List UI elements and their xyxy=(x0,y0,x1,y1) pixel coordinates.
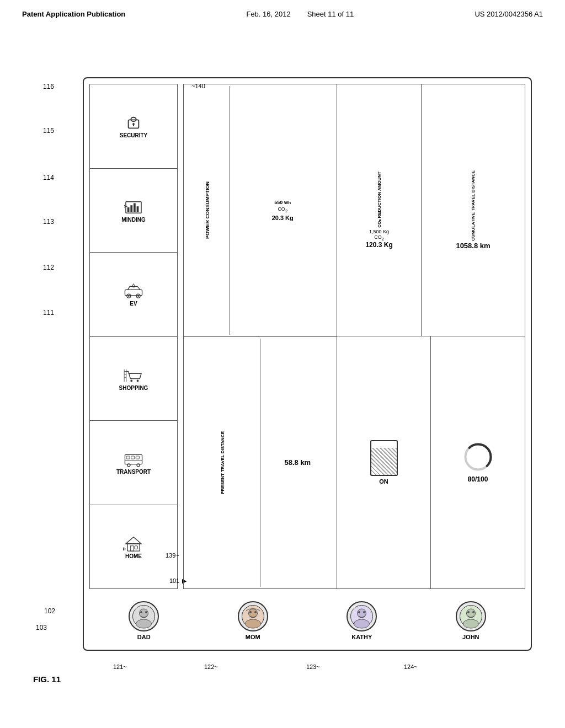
patent-number: US 2012/0042356 A1 xyxy=(475,10,543,18)
avatar-dad-label: DAD xyxy=(137,634,151,640)
ref-122-label: 122~ xyxy=(204,663,218,670)
co2-reduction-label: CO₂ REDUCTION AMOUNT xyxy=(377,172,382,228)
avatar-kathy-circle xyxy=(347,601,377,631)
svg-point-53 xyxy=(363,611,365,613)
power-consumption-label: POWER CONSUMPTION xyxy=(205,181,210,239)
co2-label-2: CO2 xyxy=(365,234,392,242)
header-left: Patent Application Publication xyxy=(22,10,125,18)
shopping-label: SHOPPING xyxy=(119,385,148,391)
ev-label: EV xyxy=(130,301,137,307)
avatar-dad-circle xyxy=(129,601,159,631)
ref-102: 102 xyxy=(44,607,55,615)
data-panel: POWER CONSUMPTION 550 Wh CO2 20.3 Kg xyxy=(183,84,525,589)
power-value: 550 Wh xyxy=(274,200,291,205)
header-right: US 2012/0042356 A1 xyxy=(475,10,543,18)
co2-label-1: CO2 xyxy=(278,206,287,213)
data-panel-split: POWER CONSUMPTION 550 Wh CO2 20.3 Kg xyxy=(184,84,525,588)
john-face-icon xyxy=(459,604,483,629)
avatar-mom-label: MOM xyxy=(246,634,260,640)
right-bottom-section: ON 80/100 xyxy=(337,336,525,588)
header-center: Feb. 16, 2012 Sheet 11 of 11 xyxy=(246,10,354,18)
avatar-john-label: JOHN xyxy=(462,634,479,640)
mom-face-icon xyxy=(241,604,265,629)
avatar-mom-circle xyxy=(238,601,268,631)
svg-point-14 xyxy=(128,296,130,297)
main-diagram-box: SECURITY MINDING xyxy=(83,77,532,651)
icon-security: SECURITY xyxy=(90,84,177,169)
present-travel-label: PRESENT TRAVEL DISTANCE xyxy=(220,431,225,494)
shopping-icon xyxy=(123,367,144,384)
svg-point-19 xyxy=(137,379,139,382)
home-icon xyxy=(123,536,144,552)
co2-reduction-value: 120.3 Kg xyxy=(365,241,392,249)
ref-121-label: 121~ xyxy=(113,663,127,670)
svg-rect-3 xyxy=(133,124,134,126)
data-panel-right: CO₂ REDUCTION AMOUNT 1,500 Kg CO2 120.3 … xyxy=(337,84,525,588)
svg-point-18 xyxy=(130,379,132,382)
kathy-face-icon xyxy=(349,604,374,629)
icon-ev: EV xyxy=(90,253,177,337)
svg-point-46 xyxy=(245,619,260,628)
svg-rect-26 xyxy=(126,456,130,459)
right-top-section: CO₂ REDUCTION AMOUNT 1,500 Kg CO2 120.3 … xyxy=(337,84,525,336)
svg-point-47 xyxy=(249,611,252,613)
svg-point-48 xyxy=(254,611,257,613)
pub-date: Feb. 16, 2012 xyxy=(246,10,290,18)
present-travel-value: 58.8 km xyxy=(284,458,311,467)
svg-point-56 xyxy=(463,619,478,628)
svg-point-43 xyxy=(145,611,147,613)
cumulative-travel-value: 1058.8 km xyxy=(456,242,490,250)
svg-point-52 xyxy=(358,611,360,613)
icon-home: HOME xyxy=(90,505,177,589)
ref-112: 112 xyxy=(43,264,54,271)
avatar-row: DAD MOM xyxy=(89,595,525,647)
avatar-mom[interactable]: MOM xyxy=(199,601,308,640)
svg-rect-8 xyxy=(137,206,139,212)
ref-111: 111 xyxy=(43,309,54,317)
ref-114: 114 xyxy=(43,174,54,181)
avatar-john[interactable]: JOHN xyxy=(417,601,526,640)
co2-reduction-wh: 1,500 Kg xyxy=(365,229,392,234)
transport-icon xyxy=(123,451,144,468)
ref-103: 103 xyxy=(36,624,47,631)
ev-icon xyxy=(123,283,144,299)
svg-point-41 xyxy=(136,619,152,628)
svg-rect-5 xyxy=(127,207,130,212)
ref-115: 115 xyxy=(43,127,54,135)
on-label: ON xyxy=(379,478,388,485)
icon-transport: TRANSPORT xyxy=(90,421,177,505)
ref-123-label: 123~ xyxy=(306,663,320,670)
svg-point-58 xyxy=(472,611,475,613)
avatar-kathy[interactable]: KATHY xyxy=(307,601,417,640)
circle-gauge-icon xyxy=(463,442,493,472)
co2-value-1: 20.3 Kg xyxy=(272,215,294,221)
minding-label: MINDING xyxy=(121,217,145,223)
svg-rect-27 xyxy=(131,456,135,459)
svg-point-42 xyxy=(140,611,142,613)
svg-point-51 xyxy=(354,619,370,628)
ref-116: 116 xyxy=(43,83,54,90)
avatar-dad[interactable]: DAD xyxy=(89,601,199,640)
svg-point-57 xyxy=(467,611,470,613)
svg-marker-32 xyxy=(126,537,141,544)
figure-label: FIG. 11 xyxy=(33,675,61,684)
power-consumption-segment: POWER CONSUMPTION 550 Wh CO2 20.3 Kg xyxy=(184,84,337,337)
svg-rect-7 xyxy=(134,203,136,212)
avatar-kathy-label: KATHY xyxy=(351,634,372,640)
publication-label: Patent Application Publication xyxy=(22,10,125,18)
minding-icon xyxy=(123,199,144,216)
dad-face-icon xyxy=(131,604,156,629)
home-label: HOME xyxy=(125,553,142,559)
battery-value: 80/100 xyxy=(468,475,488,483)
icon-shopping: SHOPPING xyxy=(90,337,177,421)
svg-rect-35 xyxy=(135,546,138,549)
sheet-info: Sheet 11 of 11 xyxy=(307,10,354,18)
data-panel-left: POWER CONSUMPTION 550 Wh CO2 20.3 Kg xyxy=(184,84,337,588)
present-travel-segment: PRESENT TRAVEL DISTANCE 58.8 km xyxy=(184,337,337,589)
security-label: SECURITY xyxy=(120,132,148,138)
icon-strip: SECURITY MINDING xyxy=(89,84,178,589)
svg-rect-34 xyxy=(130,546,134,551)
security-icon xyxy=(123,115,144,131)
figure-container: 116 115 114 113 112 111 102 103 SECURITY xyxy=(33,77,532,684)
svg-rect-6 xyxy=(130,205,132,212)
